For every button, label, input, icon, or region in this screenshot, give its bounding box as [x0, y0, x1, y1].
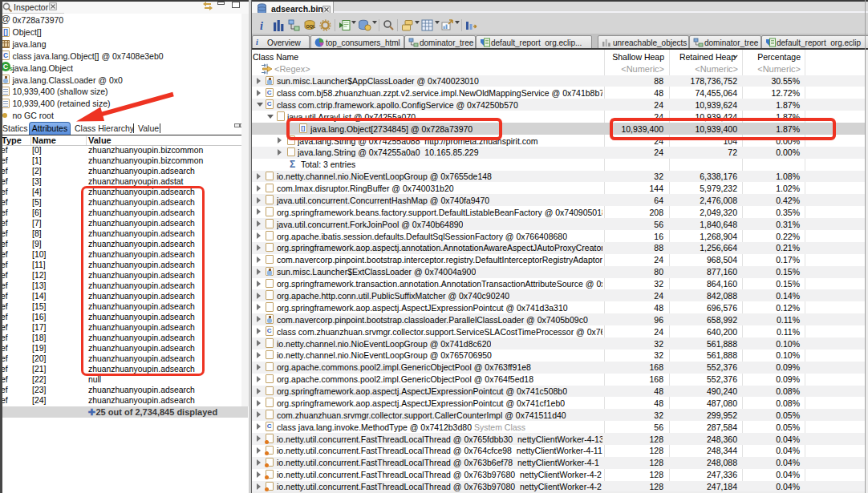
svg-text:OQL: OQL [306, 24, 316, 29]
